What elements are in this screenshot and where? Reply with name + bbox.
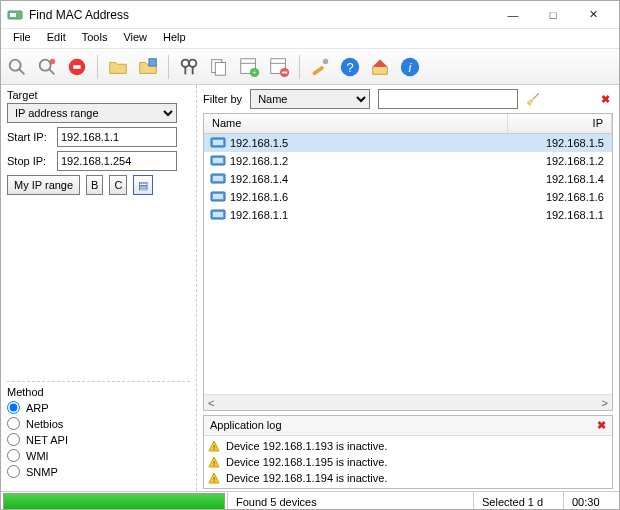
svg-rect-39: [213, 212, 223, 217]
row-name: 192.168.1.2: [230, 155, 508, 167]
table-row[interactable]: 192.168.1.4192.168.1.4: [204, 170, 612, 188]
menu-edit[interactable]: Edit: [39, 29, 74, 48]
method-option-netbios[interactable]: Netbios: [7, 417, 190, 430]
app-icon: [7, 7, 23, 23]
class-c-button[interactable]: C: [109, 175, 127, 195]
row-ip: 192.168.1.5: [508, 137, 612, 149]
menu-help[interactable]: Help: [155, 29, 194, 48]
svg-point-25: [323, 58, 329, 64]
window-title: Find MAC Address: [29, 8, 493, 22]
filter-value-input[interactable]: [378, 89, 518, 109]
close-log-icon[interactable]: ✖: [597, 419, 606, 432]
stop-ip-input[interactable]: [57, 151, 177, 171]
method-group: Method ARP Netbios NET API WMI SNMP: [7, 381, 190, 481]
my-ip-range-button[interactable]: My IP range: [7, 175, 80, 195]
clear-filter-icon[interactable]: 🧹: [526, 93, 540, 106]
row-ip: 192.168.1.1: [508, 209, 612, 221]
close-button[interactable]: ✕: [573, 1, 613, 29]
copy-icon[interactable]: [205, 53, 233, 81]
table-row[interactable]: 192.168.1.5192.168.1.5: [204, 134, 612, 152]
column-name[interactable]: Name: [204, 114, 508, 133]
log-line: !Device 192.168.1.193 is inactive.: [208, 438, 608, 454]
log-panel: Application log ✖ !Device 192.168.1.193 …: [203, 415, 613, 489]
svg-rect-33: [213, 158, 223, 163]
row-ip: 192.168.1.4: [508, 173, 612, 185]
toolbar: + ? i: [1, 49, 619, 85]
svg-text:?: ?: [346, 59, 353, 74]
status-selected: Selected 1 d: [473, 492, 563, 510]
svg-rect-24: [312, 65, 325, 75]
svg-rect-35: [213, 176, 223, 181]
svg-rect-23: [282, 71, 288, 73]
method-option-net-api[interactable]: NET API: [7, 433, 190, 446]
menu-tools[interactable]: Tools: [74, 29, 116, 48]
column-ip[interactable]: IP: [508, 114, 612, 133]
scan-icon[interactable]: [3, 53, 31, 81]
table-row[interactable]: 192.168.1.6192.168.1.6: [204, 188, 612, 206]
filter-label: Filter by: [203, 93, 242, 105]
info-icon[interactable]: i: [396, 53, 424, 81]
row-ip: 192.168.1.6: [508, 191, 612, 203]
progress-bar: [3, 493, 225, 510]
svg-rect-8: [73, 65, 80, 69]
svg-text:!: !: [213, 443, 215, 452]
svg-text:!: !: [213, 475, 215, 484]
save-icon[interactable]: [134, 53, 162, 81]
table-row[interactable]: 192.168.1.2192.168.1.2: [204, 152, 612, 170]
method-option-wmi[interactable]: WMI: [7, 449, 190, 462]
menu-view[interactable]: View: [115, 29, 155, 48]
target-label: Target: [7, 89, 190, 101]
remove-column-icon[interactable]: [265, 53, 293, 81]
horizontal-scrollbar[interactable]: <>: [204, 394, 612, 410]
table-row[interactable]: 192.168.1.1192.168.1.1: [204, 206, 612, 224]
minimize-button[interactable]: —: [493, 1, 533, 29]
close-filter-icon[interactable]: ✖: [597, 93, 613, 106]
svg-rect-15: [215, 62, 225, 75]
row-name: 192.168.1.5: [230, 137, 508, 149]
target-mode-select[interactable]: IP address range: [7, 103, 177, 123]
find-icon[interactable]: [175, 53, 203, 81]
filter-field-select[interactable]: Name: [250, 89, 370, 109]
ip-list-icon[interactable]: ▤: [133, 175, 153, 195]
list-header: Name IP: [204, 114, 612, 134]
method-option-snmp[interactable]: SNMP: [7, 465, 190, 478]
svg-rect-31: [213, 140, 223, 145]
add-column-icon[interactable]: +: [235, 53, 263, 81]
filter-bar: Filter by Name 🧹 ✖: [197, 85, 619, 113]
target-group: Target IP address range Start IP: Stop I…: [7, 89, 190, 199]
scan-selected-icon[interactable]: [33, 53, 61, 81]
start-ip-input[interactable]: [57, 127, 177, 147]
row-ip: 192.168.1.2: [508, 155, 612, 167]
svg-text:+: +: [252, 68, 256, 77]
log-line: !Device 192.168.1.194 is inactive.: [208, 470, 608, 486]
titlebar: Find MAC Address — □ ✕: [1, 1, 619, 29]
row-name: 192.168.1.4: [230, 173, 508, 185]
settings-icon[interactable]: [306, 53, 334, 81]
status-found: Found 5 devices: [227, 492, 473, 510]
svg-point-10: [182, 59, 189, 66]
row-name: 192.168.1.6: [230, 191, 508, 203]
log-line: !Device 192.168.1.195 is inactive.: [208, 454, 608, 470]
svg-text:!: !: [213, 459, 215, 468]
svg-rect-9: [149, 58, 156, 65]
row-name: 192.168.1.1: [230, 209, 508, 221]
stop-icon[interactable]: [63, 53, 91, 81]
menu-file[interactable]: File: [5, 29, 39, 48]
open-icon[interactable]: [104, 53, 132, 81]
class-b-button[interactable]: B: [86, 175, 103, 195]
svg-line-3: [19, 68, 25, 74]
log-label: Application log: [210, 419, 282, 432]
menubar: File Edit Tools View Help: [1, 29, 619, 49]
stop-ip-label: Stop IP:: [7, 155, 51, 167]
results-list: Name IP 192.168.1.5192.168.1.5192.168.1.…: [203, 113, 613, 411]
start-ip-label: Start IP:: [7, 131, 51, 143]
status-time: 00:30: [563, 492, 619, 510]
home-icon[interactable]: [366, 53, 394, 81]
left-panel: Target IP address range Start IP: Stop I…: [1, 85, 197, 491]
maximize-button[interactable]: □: [533, 1, 573, 29]
status-bar: Found 5 devices Selected 1 d 00:30: [1, 491, 619, 510]
right-panel: Filter by Name 🧹 ✖ Name IP 192.168.1.519…: [197, 85, 619, 491]
help-icon[interactable]: ?: [336, 53, 364, 81]
svg-point-11: [189, 59, 196, 66]
method-option-arp[interactable]: ARP: [7, 401, 190, 414]
